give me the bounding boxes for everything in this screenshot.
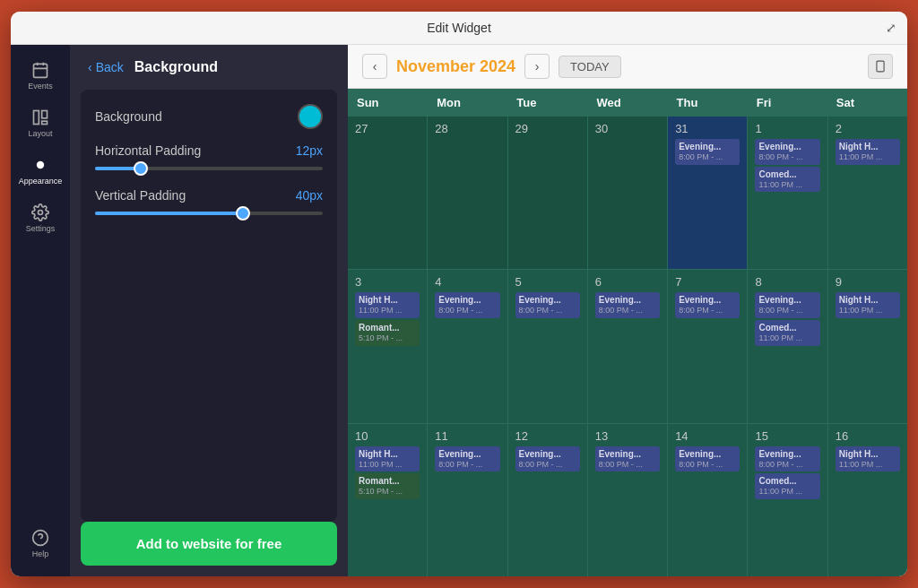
vertical-slider-fill — [95, 212, 243, 215]
calendar-week-2: 3 Night H... 11:00 PM ... Romant... 5:10… — [348, 270, 907, 422]
event-chip[interactable]: Evening... 8:00 PM - ... — [435, 446, 499, 472]
cell-oct-29[interactable]: 29 — [508, 117, 587, 269]
title-bar: Edit Widget ⤢ — [11, 12, 907, 45]
layout-icon — [31, 108, 49, 126]
cell-oct-28[interactable]: 28 — [428, 117, 507, 269]
event-chip[interactable]: Evening... 8:00 PM - ... — [515, 446, 580, 472]
horizontal-padding-header: Horizontal Padding 12px — [95, 143, 323, 158]
header-sat: Sat — [827, 89, 907, 117]
event-chip[interactable]: Night H... 11:00 PM ... — [836, 446, 900, 472]
sidebar-layout-label: Layout — [28, 129, 52, 138]
horizontal-padding-value: 12px — [296, 143, 323, 158]
calendar-panel: ‹ November 2024 › TODAY Sun Mon Tue Wed … — [348, 45, 907, 576]
prev-month-button[interactable]: ‹ — [362, 54, 387, 79]
event-chip[interactable]: Comed... 11:00 PM ... — [755, 167, 819, 193]
event-chip[interactable]: Evening... 8:00 PM - ... — [755, 292, 819, 318]
event-chip[interactable]: Evening... 8:00 PM - ... — [515, 292, 580, 318]
event-chip-green[interactable]: Romant... 5:10 PM - ... — [355, 473, 420, 499]
event-chip[interactable]: Comed... 11:00 PM ... — [755, 473, 819, 499]
event-chip[interactable]: Night H... 11:00 PM ... — [836, 139, 900, 165]
cell-nov-9[interactable]: 9 Night H... 11:00 PM ... — [828, 270, 907, 422]
vertical-padding-label: Vertical Padding — [95, 188, 186, 203]
next-month-button[interactable]: › — [524, 54, 550, 79]
cell-nov-15[interactable]: 15 Evening... 8:00 PM - ... Comed... 11:… — [748, 424, 827, 576]
cell-nov-6[interactable]: 6 Evening... 8:00 PM - ... — [588, 270, 667, 422]
calendar-header-row: Sun Mon Tue Wed Thu Fri Sat — [348, 89, 907, 117]
scroll-button[interactable] — [868, 54, 893, 79]
cell-nov-14[interactable]: 14 Evening... 8:00 PM - ... — [668, 424, 747, 576]
vertical-slider-thumb[interactable] — [236, 206, 250, 220]
sidebar-settings-label: Settings — [26, 224, 56, 233]
horizontal-slider-track[interactable] — [95, 167, 323, 170]
vertical-slider-track[interactable] — [95, 212, 323, 215]
sidebar: Events Layout Appearance Settings — [11, 45, 70, 576]
sidebar-appearance-label: Appearance — [19, 177, 63, 186]
cell-nov-16[interactable]: 16 Night H... 11:00 PM ... — [828, 424, 907, 576]
sidebar-item-layout[interactable]: Layout — [11, 99, 70, 147]
sidebar-item-help[interactable]: Help — [11, 520, 70, 567]
event-chip[interactable]: Evening... 8:00 PM - ... — [675, 446, 740, 472]
cell-nov-7[interactable]: 7 Evening... 8:00 PM - ... — [668, 270, 747, 422]
today-button[interactable]: TODAY — [559, 56, 621, 78]
event-chip[interactable]: Evening... 8:00 PM - ... — [435, 292, 499, 318]
svg-rect-5 — [42, 111, 48, 118]
panel-header: ‹ Back Background — [70, 45, 348, 90]
cell-nov-10[interactable]: 10 Night H... 11:00 PM ... Romant... 5:1… — [348, 424, 427, 576]
svg-rect-0 — [34, 64, 48, 77]
vertical-padding-section: Vertical Padding 40px — [95, 188, 323, 215]
color-swatch[interactable] — [298, 104, 323, 129]
event-chip[interactable]: Night H... 11:00 PM ... — [836, 292, 900, 318]
event-chip[interactable]: Evening... 8:00 PM - ... — [755, 139, 819, 165]
event-chip[interactable]: Comed... 11:00 PM ... — [755, 320, 819, 346]
event-chip[interactable]: Evening... 8:00 PM - ... — [675, 139, 740, 165]
cell-oct-31[interactable]: 31 Evening... 8:00 PM - ... — [668, 117, 747, 269]
vertical-padding-value: 40px — [296, 188, 323, 203]
cell-oct-27[interactable]: 27 — [348, 117, 427, 269]
event-chip[interactable]: Night H... 11:00 PM ... — [355, 446, 420, 472]
main-content: Events Layout Appearance Settings — [11, 45, 907, 576]
vertical-padding-header: Vertical Padding 40px — [95, 188, 323, 203]
header-mon: Mon — [428, 89, 507, 117]
header-tue: Tue — [507, 89, 587, 117]
sidebar-item-settings[interactable]: Settings — [11, 195, 70, 242]
cell-nov-1[interactable]: 1 Evening... 8:00 PM - ... Comed... 11:0… — [748, 117, 827, 269]
event-chip[interactable]: Evening... 8:00 PM - ... — [755, 446, 819, 472]
svg-rect-11 — [877, 61, 884, 72]
event-chip[interactable]: Night H... 11:00 PM ... — [355, 292, 420, 318]
left-panel: ‹ Back Background Background Horizontal … — [70, 45, 348, 576]
header-thu: Thu — [668, 89, 748, 117]
cell-nov-4[interactable]: 4 Evening... 8:00 PM - ... — [428, 270, 507, 422]
event-chip[interactable]: Evening... 8:00 PM - ... — [595, 446, 660, 472]
scroll-icon — [874, 60, 887, 73]
back-button[interactable]: ‹ Back — [88, 60, 124, 74]
horizontal-padding-section: Horizontal Padding 12px — [95, 143, 323, 170]
calendar-grid: Sun Mon Tue Wed Thu Fri Sat 27 28 29 30 — [348, 89, 907, 576]
event-chip[interactable]: Evening... 8:00 PM - ... — [595, 292, 660, 318]
cell-nov-2[interactable]: 2 Night H... 11:00 PM ... — [828, 117, 907, 269]
cell-nov-8[interactable]: 8 Evening... 8:00 PM - ... Comed... 11:0… — [748, 270, 827, 422]
cell-nov-5[interactable]: 5 Evening... 8:00 PM - ... — [508, 270, 587, 422]
event-chip[interactable]: Evening... 8:00 PM - ... — [675, 292, 740, 318]
panel-title: Background — [134, 59, 218, 75]
cell-nov-11[interactable]: 11 Evening... 8:00 PM - ... — [428, 424, 507, 576]
add-to-website-button[interactable]: Add to website for free — [81, 522, 337, 566]
appearance-icon — [31, 156, 49, 174]
header-sun: Sun — [348, 89, 428, 117]
main-window: Edit Widget ⤢ Events Layout Appea — [11, 12, 907, 576]
svg-point-8 — [39, 211, 43, 215]
svg-rect-4 — [34, 111, 39, 125]
cell-oct-30[interactable]: 30 — [588, 117, 667, 269]
cell-nov-3[interactable]: 3 Night H... 11:00 PM ... Romant... 5:10… — [348, 270, 427, 422]
cell-nov-13[interactable]: 13 Evening... 8:00 PM - ... — [588, 424, 667, 576]
cell-nov-12[interactable]: 12 Evening... 8:00 PM - ... — [508, 424, 587, 576]
sidebar-events-label: Events — [28, 82, 53, 91]
expand-icon[interactable]: ⤢ — [886, 21, 896, 35]
event-chip-green[interactable]: Romant... 5:10 PM - ... — [355, 320, 420, 346]
header-wed: Wed — [587, 89, 667, 117]
sidebar-item-events[interactable]: Events — [11, 52, 70, 99]
month-title: November 2024 — [396, 57, 515, 76]
help-icon — [31, 529, 49, 547]
sidebar-bottom: Help — [11, 520, 70, 576]
sidebar-item-appearance[interactable]: Appearance — [11, 147, 70, 195]
horizontal-slider-thumb[interactable] — [134, 161, 148, 176]
